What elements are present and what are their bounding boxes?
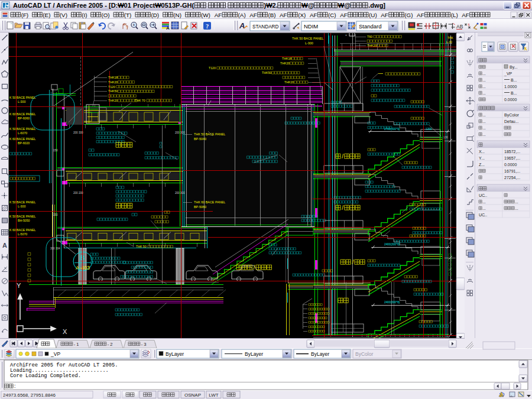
svg-text:300 304: 300 304 [50, 247, 60, 250]
svg-text:(O): (O) [101, 12, 109, 18]
svg-text:(X): (X) [298, 12, 306, 18]
svg-text:AF: AF [215, 12, 222, 18]
svg-text:...: ... [482, 72, 486, 76]
svg-text:THK20: THK20 [108, 99, 118, 102]
svg-text:(V): (V) [60, 12, 67, 18]
svg-text:- 1: - 1 [74, 342, 79, 347]
svg-text:_VP: _VP [504, 72, 512, 76]
svg-text::: : [14, 384, 15, 389]
svg-text:27254,...: 27254,... [504, 176, 520, 180]
svg-text:24973.6568, 27951.8846: 24973.6568, 27951.8846 [3, 392, 56, 398]
svg-text:...: ... [484, 193, 487, 197]
svg-text:AF: AF [340, 12, 348, 18]
svg-text:(N): (N) [173, 12, 181, 18]
svg-text:18572,...: 18572,... [504, 150, 520, 154]
svg-text:ByColor: ByColor [504, 113, 520, 118]
svg-text:1.0000: 1.0000 [504, 85, 517, 89]
svg-text:T120: T120 [108, 85, 115, 89]
svg-text:THK20: THK20 [280, 61, 290, 65]
svg-text:1200: 1200 [426, 128, 432, 131]
svg-text:(G): (G) [404, 12, 413, 18]
svg-text:A: A [166, 25, 170, 31]
svg-text:THK20: THK20 [367, 44, 377, 47]
svg-text:THK 60 BACE PANEL: THK 60 BACE PANEL [194, 200, 225, 204]
svg-text:OSNAP: OSNAP [184, 392, 201, 398]
svg-text:/: / [254, 264, 255, 271]
svg-text:Y: Y [17, 282, 21, 289]
svg-text:K 60 BACE PANEL: K 60 BACE PANEL [9, 228, 35, 232]
svg-text:...: ... [481, 156, 485, 160]
svg-text:(F): (F) [21, 12, 29, 18]
svg-text:L-300: L-300 [305, 41, 313, 45]
svg-text:LWT: LWT [209, 392, 218, 398]
svg-text:L-300: L-300 [18, 205, 25, 208]
svg-text:T60: T60 [367, 35, 372, 38]
svg-text:₩@: ₩@ [301, 2, 314, 9]
svg-text:AF: AF [417, 12, 424, 18]
svg-text:THK 70: THK 70 [135, 99, 145, 102]
svg-text:K 50 BACE PANEL: K 50 BACE PANEL [9, 96, 35, 99]
svg-text:+: + [345, 33, 347, 37]
svg-text:...: ... [515, 200, 518, 204]
svg-text:K 50 BACE PANEL: K 50 BACE PANEL [9, 215, 35, 218]
svg-text:2400(300*8): 2400(300*8) [384, 243, 400, 246]
svg-text:ByLayer: ByLayer [311, 351, 329, 357]
svg-text:...: ... [482, 85, 486, 89]
svg-text:16791,...: 16791,... [504, 169, 520, 173]
svg-text:0.0000: 0.0000 [504, 163, 517, 167]
svg-text:BH-5050: BH-5050 [18, 219, 30, 222]
svg-text:A: A [2, 242, 7, 249]
svg-text:(A): (A) [238, 12, 246, 18]
svg-text:BP-5060: BP-5060 [194, 205, 206, 209]
svg-text:(D): (D) [151, 12, 159, 18]
svg-text:(I): (I) [82, 12, 87, 18]
svg-text:THK20: THK20 [284, 80, 294, 84]
svg-text:AF: AF [280, 12, 287, 18]
svg-text:200 200: 200 200 [73, 192, 83, 194]
svg-text:₩@: ₩@ [338, 2, 351, 9]
svg-text:200 300: 200 300 [73, 131, 83, 134]
svg-text:Defau...: Defau... [504, 119, 519, 124]
svg-text:LT: LT [5, 5, 9, 8]
svg-text:19657,...: 19657,... [504, 156, 520, 160]
svg-text:(B): (B) [268, 12, 275, 18]
svg-text:ByColor: ByColor [355, 351, 373, 357]
svg-text:...: ... [482, 91, 486, 95]
svg-text:150: 150 [53, 149, 58, 152]
svg-text:...: ... [482, 119, 486, 124]
svg-text:X: X [63, 328, 67, 335]
svg-text:...: ... [481, 163, 485, 167]
svg-text:(L): (L) [451, 12, 458, 18]
svg-text:2400(300*8): 2400(300*8) [384, 301, 400, 304]
svg-text:AF: AF [381, 12, 388, 18]
svg-text:200 300: 200 300 [175, 131, 185, 134]
svg-text:K 60 BACE PANEL: K 60 BACE PANEL [9, 137, 35, 141]
svg-text:...: ... [482, 206, 486, 210]
svg-text:BP-5040: BP-5040 [194, 137, 206, 141]
svg-text:(C): (C) [328, 12, 336, 18]
svg-text:K 50 BACE PANEL: K 50 BACE PANEL [9, 127, 35, 131]
svg-text:THK: THK [447, 37, 453, 40]
svg-text:ByLayer: ByLayer [245, 351, 263, 357]
svg-text:THK50: THK50 [108, 89, 118, 93]
svg-text:±: ± [133, 22, 135, 27]
svg-text:AF: AF [462, 12, 469, 18]
svg-text:_VP: _VP [50, 351, 60, 357]
svg-text:AutoCAD LT / ArchiFree 2005 -: AutoCAD LT / ArchiFree 2005 - [D:₩01 Pro… [13, 2, 194, 9]
svg-text:200 300: 200 300 [175, 192, 185, 194]
svg-text:...: ... [482, 126, 486, 130]
svg-text:/: / [342, 153, 343, 160]
svg-text:...: ... [482, 132, 486, 137]
svg-text:(U): (U) [369, 12, 377, 18]
svg-text:ByLayer: ByLayer [166, 351, 184, 357]
svg-text:AF: AF [310, 12, 317, 18]
svg-text:AF: AF [249, 12, 257, 18]
svg-text:B...: B... [511, 91, 517, 95]
svg-text:...: ... [482, 78, 486, 82]
svg-text:...: ... [482, 113, 486, 117]
svg-text:(E): (E) [43, 12, 50, 18]
svg-text:A: A [239, 21, 245, 30]
svg-text:THK18: THK18 [108, 76, 118, 79]
svg-text:K 50 BACE PANEL: K 50 BACE PANEL [9, 200, 35, 204]
svg-text:B...: B... [511, 78, 517, 82]
